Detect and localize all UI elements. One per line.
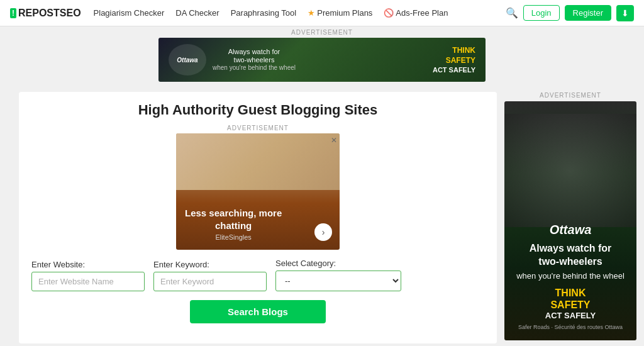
website-group: Enter Website: xyxy=(31,260,145,291)
sidebar-ad-section: ADVERTISEMENT Ottawa Always watch for tw… xyxy=(504,92,636,343)
website-input[interactable] xyxy=(31,272,145,291)
banner-circle-logo: Ottawa xyxy=(169,44,206,75)
category-select[interactable]: -- xyxy=(275,271,401,291)
no-ads-icon: 🚫 xyxy=(384,8,394,18)
banner-ad-headline: Always watch for two-wheelers when you'r… xyxy=(213,48,296,72)
banner-ad-label: ADVERTISEMENT xyxy=(0,29,644,36)
keyword-group: Enter Keyword: xyxy=(153,260,267,291)
inner-ad-image xyxy=(176,133,340,190)
nav-da[interactable]: DA Checker xyxy=(175,8,219,18)
inner-ad-arrow[interactable]: › xyxy=(314,223,332,241)
inner-ad-content: Less searching, more chatting EliteSingl… xyxy=(185,207,282,241)
banner-ottawa-logo: Ottawa xyxy=(177,57,197,64)
logo[interactable]: ! REPOSTSEO xyxy=(10,8,81,19)
inner-ad-brand: EliteSingles xyxy=(185,233,282,241)
register-button[interactable]: Register xyxy=(565,5,611,21)
act-safely-text: ACT SAFELY xyxy=(433,66,475,74)
search-form: Enter Website: Enter Keyword: Select Cat… xyxy=(31,259,484,323)
sidebar-act: ACT SAFELY xyxy=(516,311,625,320)
nav: Plagiarism Checker DA Checker Paraphrasi… xyxy=(94,8,493,18)
nav-ads-free[interactable]: 🚫 Ads-Free Plan xyxy=(384,8,448,18)
banner-ad-left: Ottawa Always watch for two-wheelers whe… xyxy=(169,44,296,75)
category-group: Select Category: -- xyxy=(275,259,401,291)
header-right: 🔍 Login Register ⬇ xyxy=(506,5,634,21)
keyword-input[interactable] xyxy=(153,272,267,291)
search-blogs-button[interactable]: Search Blogs xyxy=(190,300,326,323)
sidebar-always-watch: Always watch for two-wheelers xyxy=(516,242,625,269)
form-row: Enter Website: Enter Keyword: Select Cat… xyxy=(31,259,484,291)
close-icon[interactable]: ✕ xyxy=(331,136,337,145)
sidebar-ad-text: Ottawa Always watch for two-wheelers whe… xyxy=(516,223,625,330)
banner-ad[interactable]: Ottawa Always watch for two-wheelers whe… xyxy=(158,38,486,82)
header: ! REPOSTSEO Plagiarism Checker DA Checke… xyxy=(0,0,644,26)
content-area: High Authority Guest Blogging Sites ADVE… xyxy=(19,92,497,343)
sidebar-think: THINK SAFETY xyxy=(516,287,625,311)
inner-ad-section: ADVERTISEMENT Less searching, more chatt… xyxy=(31,125,484,250)
website-label: Enter Website: xyxy=(31,260,145,269)
star-icon: ★ xyxy=(308,8,315,18)
sidebar-ad[interactable]: Ottawa Always watch for two-wheelers whe… xyxy=(504,101,636,340)
nav-plagiarism[interactable]: Plagiarism Checker xyxy=(94,8,165,18)
download-icon: ⬇ xyxy=(621,8,629,18)
logo-text: REPOSTSEO xyxy=(18,8,81,19)
inner-ad[interactable]: Less searching, more chatting EliteSingl… xyxy=(176,133,340,250)
inner-ad-label: ADVERTISEMENT xyxy=(31,125,484,131)
nav-premium[interactable]: ★ Premium Plans xyxy=(308,8,372,18)
download-button[interactable]: ⬇ xyxy=(616,5,634,21)
main-layout: High Authority Guest Blogging Sites ADVE… xyxy=(0,86,644,346)
banner-ad-right: THINK SAFETY ACT SAFELY xyxy=(433,46,475,73)
logo-icon: ! xyxy=(10,8,16,18)
banner-headline: Always watch for two-wheelers when you'r… xyxy=(213,48,296,72)
sidebar-ottawa-logo: Ottawa xyxy=(516,223,625,237)
search-button[interactable]: 🔍 xyxy=(506,7,518,19)
sidebar-when: when you're behind the wheel xyxy=(516,271,625,281)
banner-ad-section: ADVERTISEMENT Ottawa Always watch for tw… xyxy=(0,26,644,86)
keyword-label: Enter Keyword: xyxy=(153,260,267,269)
page-title: High Authority Guest Blogging Sites xyxy=(31,102,484,118)
category-label: Select Category: xyxy=(275,259,401,268)
login-button[interactable]: Login xyxy=(523,5,560,21)
inner-ad-headline: Less searching, more chatting xyxy=(185,207,282,232)
nav-paraphrasing[interactable]: Paraphrasing Tool xyxy=(231,8,297,18)
sidebar-safer: Safer Roads · Sécurité des routes Ottawa xyxy=(516,324,625,330)
think-safety-text: THINK SAFETY xyxy=(433,46,475,65)
sidebar-ad-image xyxy=(504,114,636,227)
sidebar-ad-label: ADVERTISEMENT xyxy=(504,92,636,99)
